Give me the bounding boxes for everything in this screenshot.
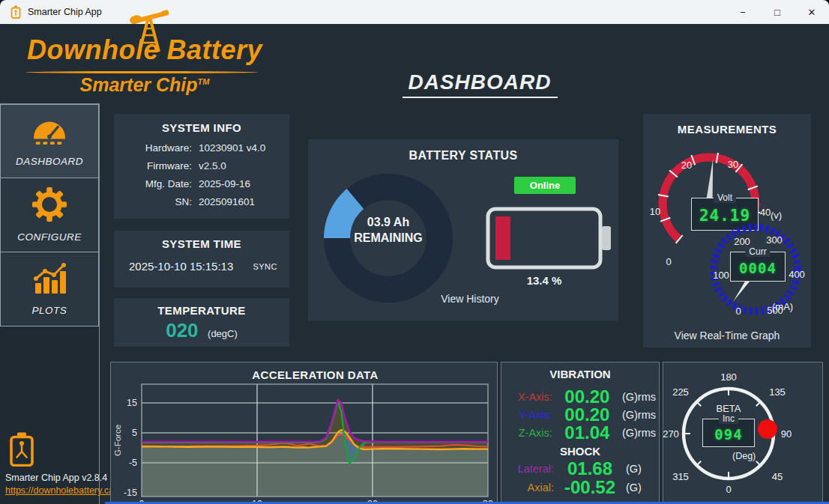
bar-chart-icon <box>31 262 67 298</box>
info-row-mfg-date: Mfg. Date:2025-09-16 <box>121 175 282 193</box>
temperature-title: TEMPERATURE <box>114 304 289 317</box>
measurements-panel: MEASUREMENTS 0 10 20 30 40 Volt 24.19 (v… <box>643 114 811 347</box>
system-time-value: 2025-10-10 15:15:13 <box>129 260 233 273</box>
sidebar-item-dashboard[interactable]: DASHBOARD <box>0 104 99 178</box>
system-time-title: SYSTEM TIME <box>114 237 289 250</box>
beta-tick: 225 <box>672 386 689 398</box>
volt-label: Volt <box>714 192 736 203</box>
svg-text:-15: -15 <box>124 488 137 498</box>
header: Downhole Battery Smarter ChipTM DASHBOAR… <box>0 24 829 103</box>
vibration-row-z: Z-Axis: 01.04 (G)rms <box>501 422 656 443</box>
temperature-reading: 020 (degC) <box>114 319 289 342</box>
window-controls: − □ ✕ <box>726 0 829 24</box>
sidebar: DASHBOARD <box>0 103 100 504</box>
battery-remaining-ah: 03.9 Ah <box>322 214 454 230</box>
logo: Downhole Battery Smarter ChipTM <box>21 28 268 103</box>
app-version: Smarter Chip App v2.8.4 <box>5 473 107 483</box>
info-row-firmware: Firmware:v2.5.0 <box>121 157 282 175</box>
svg-text:G-Force: G-Force <box>113 425 122 456</box>
volt-tick: 10 <box>650 206 660 217</box>
sidebar-item-configure[interactable]: CONFIGURE <box>0 178 99 252</box>
battery-percent: 13.4 % <box>486 274 603 287</box>
beta-tick: 180 <box>720 371 737 383</box>
beta-tick: 270 <box>663 428 679 440</box>
gauge-icon <box>31 116 68 149</box>
acceleration-panel: ACCELERATION DATA 155-5-150102030G-Force <box>110 362 498 504</box>
app-window: Smarter Chip App − □ ✕ Downhole Battery <box>0 0 829 504</box>
sync-button[interactable]: SYNC <box>253 262 277 271</box>
battery-remaining-label: REMAINING <box>322 230 454 246</box>
info-row-hardware: Hardware:10230901 v4.0 <box>121 139 282 157</box>
vibration-title: VIBRATION <box>501 368 659 380</box>
sidebar-item-label: CONFIGURE <box>17 231 82 243</box>
shock-row-axial: Axial: -00.52 (G) <box>501 477 656 498</box>
battery-remaining: 03.9 Ah REMAINING <box>322 214 454 246</box>
current-display: Curr 0004 <box>730 252 786 282</box>
temperature-value: 020 <box>166 319 198 341</box>
curr-tick: 0 <box>735 306 741 317</box>
info-row-sn: SN:2025091601 <box>121 193 282 211</box>
current-label: Curr <box>745 246 770 257</box>
gear-icon <box>32 187 67 225</box>
beta-inc-label: Inc <box>719 413 738 424</box>
beta-name: BETA <box>663 403 794 414</box>
curr-tick: 300 <box>766 234 783 246</box>
beta-tick: 45 <box>772 471 783 482</box>
temperature-panel: TEMPERATURE 020 (degC) <box>114 298 289 347</box>
battery-level-icon <box>486 207 613 270</box>
beta-tick: 135 <box>769 386 786 398</box>
title-bar: Smarter Chip App − □ ✕ <box>0 0 829 24</box>
beta-inclination-panel: 180 225 135 270 90 315 45 0 BETA Inc 094… <box>663 362 823 504</box>
oil-derrick-icon <box>127 8 171 58</box>
volt-tick: 20 <box>681 160 692 171</box>
minimize-button[interactable]: − <box>726 0 760 24</box>
volt-tick: 30 <box>728 159 738 170</box>
logo-line2: Smarter ChipTM <box>21 74 268 96</box>
shock-row-lateral: Lateral: 01.68 (G) <box>501 458 656 479</box>
view-realtime-graph-link[interactable]: View Real-Time Graph <box>643 330 811 341</box>
sidebar-item-label: DASHBOARD <box>16 156 83 167</box>
svg-text:-5: -5 <box>129 458 137 468</box>
beta-unit: (Deg) <box>732 451 756 461</box>
battery-status-title: BATTERY STATUS <box>308 149 618 163</box>
system-info-rows: Hardware:10230901 v4.0 Firmware:v2.5.0 M… <box>121 139 282 211</box>
status-badge: Online <box>514 177 576 194</box>
beta-tick: 0 <box>726 484 731 495</box>
curr-tick: 400 <box>789 269 805 280</box>
beta-value: 094 <box>703 426 754 443</box>
system-info-panel: SYSTEM INFO Hardware:10230901 v4.0 Firmw… <box>114 114 289 219</box>
battery-status-panel: BATTERY STATUS 03.9 Ah REMAINING Online … <box>308 139 618 321</box>
svg-text:5: 5 <box>132 428 137 438</box>
beta-status-dot <box>758 419 777 439</box>
volt-tick: 0 <box>666 256 671 267</box>
svg-text:15: 15 <box>127 398 137 408</box>
beta-tick: 315 <box>672 471 689 482</box>
close-button[interactable]: ✕ <box>795 0 829 24</box>
measurements-title: MEASUREMENTS <box>643 123 811 136</box>
app-battery-icon <box>10 5 21 19</box>
page-title: DASHBOARD <box>360 70 600 98</box>
website-link[interactable]: https://downholebattery.ca <box>5 485 114 496</box>
system-time-panel: SYSTEM TIME 2025-10-10 15:15:13 SYNC <box>114 231 289 288</box>
beta-display: Inc 094 <box>702 419 755 447</box>
trademark: TM <box>198 77 210 86</box>
acceleration-chart: 155-5-150102030G-Force <box>111 362 498 504</box>
footer-battery-icon <box>9 432 34 470</box>
curr-tick: 100 <box>713 270 729 281</box>
current-value: 0004 <box>731 260 785 276</box>
curr-tick: 200 <box>734 236 750 247</box>
shock-title: SHOCK <box>501 445 659 458</box>
beta-tick: 90 <box>781 428 792 440</box>
vibration-panel: VIBRATION X-Axis: 00.20 (G)rms Y-Axis: 0… <box>501 362 660 504</box>
system-info-title: SYSTEM INFO <box>114 121 289 134</box>
logo-underline <box>25 71 258 73</box>
view-history-link[interactable]: View History <box>308 293 618 305</box>
sidebar-item-plots[interactable]: PLOTS <box>0 252 99 327</box>
sidebar-item-label: PLOTS <box>32 305 67 316</box>
window-title: Smarter Chip App <box>28 7 102 17</box>
maximize-button[interactable]: □ <box>760 0 795 24</box>
temperature-unit: (degC) <box>208 328 238 339</box>
current-unit: (mA) <box>772 301 793 312</box>
